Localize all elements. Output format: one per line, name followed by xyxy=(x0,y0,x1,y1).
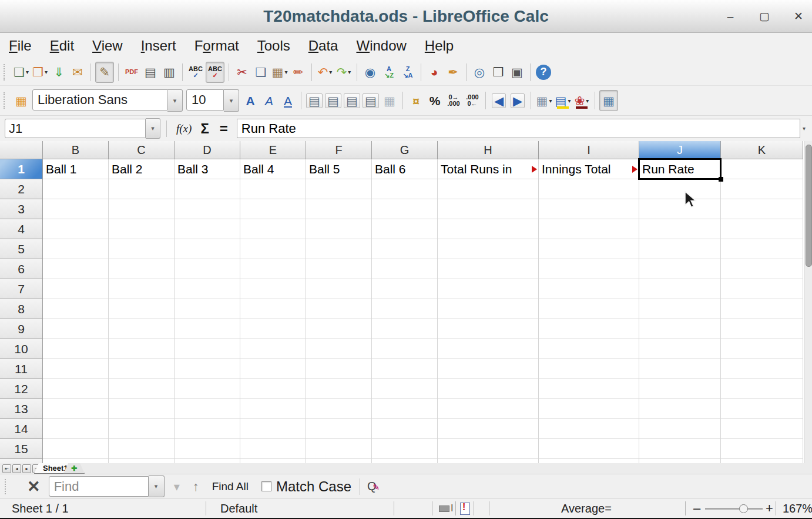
cell-C16[interactable] xyxy=(109,459,175,463)
cell-H3[interactable] xyxy=(438,199,539,219)
cell-B1[interactable]: Ball 1 xyxy=(43,159,109,179)
print-preview-icon[interactable]: ▥ xyxy=(160,62,178,82)
cell-D14[interactable] xyxy=(175,419,240,439)
cell-D5[interactable] xyxy=(175,239,240,259)
currency-icon[interactable]: ¤ xyxy=(407,91,425,111)
cell-G9[interactable] xyxy=(372,319,438,339)
sort-ascending-icon[interactable]: A↘Z xyxy=(380,62,398,82)
cell-D10[interactable] xyxy=(175,339,240,359)
find-all-button[interactable]: Find All xyxy=(212,480,249,493)
cell-I12[interactable] xyxy=(539,379,639,399)
dropdown-caret-icon[interactable]: ▾ xyxy=(284,69,287,75)
send-email-icon[interactable]: ✉ xyxy=(69,62,86,82)
cell-H7[interactable] xyxy=(438,279,539,299)
sum-icon[interactable]: Σ xyxy=(200,120,209,137)
cell-B3[interactable] xyxy=(43,199,109,219)
cell-E11[interactable] xyxy=(240,359,306,379)
cell-C11[interactable] xyxy=(109,359,175,379)
save-icon[interactable]: ⇓ xyxy=(50,62,68,82)
menu-format[interactable]: Format xyxy=(194,38,239,54)
cell-F1[interactable]: Ball 5 xyxy=(306,159,372,179)
cell-F8[interactable] xyxy=(306,299,372,319)
cell-K8[interactable] xyxy=(721,299,803,319)
cell-D4[interactable] xyxy=(175,219,240,239)
cell-K2[interactable] xyxy=(721,179,803,199)
cell-F13[interactable] xyxy=(306,399,372,419)
cell-K11[interactable] xyxy=(721,359,803,379)
cell-H14[interactable] xyxy=(438,419,539,439)
cell-H16[interactable] xyxy=(438,459,539,463)
dropdown-caret-icon[interactable]: ▾ xyxy=(45,69,48,75)
cell-E1[interactable]: Ball 4 xyxy=(240,159,306,179)
cell-H10[interactable] xyxy=(438,339,539,359)
column-header-D[interactable]: D xyxy=(175,141,240,159)
cell-F4[interactable] xyxy=(306,219,372,239)
find-toolbar-handle[interactable] xyxy=(5,479,9,494)
find-input[interactable] xyxy=(49,476,149,497)
name-box[interactable] xyxy=(5,119,146,138)
cell-G7[interactable] xyxy=(372,279,438,299)
cell-D13[interactable] xyxy=(175,399,240,419)
cell-B2[interactable] xyxy=(43,179,109,199)
align-right-icon[interactable]: ▤ xyxy=(343,91,361,111)
column-header-G[interactable]: G xyxy=(372,141,438,159)
cell-B6[interactable] xyxy=(43,259,109,279)
underline-icon[interactable]: A xyxy=(279,91,297,111)
edit-mode-icon[interactable]: ✎ xyxy=(95,62,114,83)
cell-H6[interactable] xyxy=(438,259,539,279)
align-center-icon[interactable]: ▤ xyxy=(324,91,342,111)
cell-G3[interactable] xyxy=(372,199,438,219)
cell-D16[interactable] xyxy=(175,459,240,463)
increase-indent-icon[interactable]: ▶ xyxy=(509,91,526,111)
toolbar-handle[interactable] xyxy=(4,92,8,109)
cell-G6[interactable] xyxy=(372,259,438,279)
help-icon[interactable]: ? xyxy=(535,62,552,82)
fill-handle[interactable] xyxy=(719,177,723,182)
open-file-icon[interactable]: ❐▾ xyxy=(31,62,49,82)
redo-icon[interactable]: ↷▾ xyxy=(335,62,353,82)
cell-D11[interactable] xyxy=(175,359,240,379)
zoom-out-icon[interactable]: – xyxy=(693,498,700,518)
cell-E4[interactable] xyxy=(240,219,306,239)
cell-B4[interactable] xyxy=(43,219,109,239)
cell-C15[interactable] xyxy=(109,439,175,459)
selection-mode-icon[interactable]: I xyxy=(439,498,453,518)
column-header-F[interactable]: F xyxy=(306,141,372,159)
cell-J16[interactable] xyxy=(639,459,721,463)
grid-lines-icon[interactable]: ▦ xyxy=(599,90,618,111)
cell-D9[interactable] xyxy=(175,319,240,339)
cell-J15[interactable] xyxy=(639,439,721,459)
dropdown-caret-icon[interactable]: ▾ xyxy=(348,69,351,75)
cell-I8[interactable] xyxy=(539,299,639,319)
zoom-slider[interactable] xyxy=(705,508,763,510)
dropdown-caret-icon[interactable]: ▾ xyxy=(549,98,552,104)
close-button[interactable]: ✕ xyxy=(792,9,805,23)
cell-J12[interactable] xyxy=(639,379,721,399)
font-size-dropdown-icon[interactable]: ▾ xyxy=(224,89,239,112)
row-header-5[interactable]: 5 xyxy=(0,239,43,259)
cell-H13[interactable] xyxy=(438,399,539,419)
cell-D3[interactable] xyxy=(175,199,240,219)
cell-I15[interactable] xyxy=(539,439,639,459)
cell-I11[interactable] xyxy=(539,359,639,379)
column-header-E[interactable]: E xyxy=(240,141,306,159)
cell-H12[interactable] xyxy=(438,379,539,399)
cell-J4[interactable] xyxy=(639,219,721,239)
cell-I14[interactable] xyxy=(539,419,639,439)
cell-D1[interactable]: Ball 3 xyxy=(175,159,240,179)
cell-I7[interactable] xyxy=(539,279,639,299)
cell-I10[interactable] xyxy=(539,339,639,359)
cell-H5[interactable] xyxy=(438,239,539,259)
formula-input[interactable] xyxy=(237,119,800,138)
cell-I16[interactable] xyxy=(539,459,639,463)
copy-icon[interactable]: ❑ xyxy=(252,62,270,82)
clone-formatting-icon[interactable]: ✏ xyxy=(290,62,307,82)
font-name-dropdown-icon[interactable]: ▾ xyxy=(167,89,183,112)
cell-F16[interactable] xyxy=(306,459,372,463)
name-box-dropdown-icon[interactable]: ▾ xyxy=(146,118,160,139)
cell-J13[interactable] xyxy=(639,399,721,419)
cell-C5[interactable] xyxy=(109,239,175,259)
cell-F2[interactable] xyxy=(306,179,372,199)
vertical-scrollbar-thumb[interactable] xyxy=(806,145,812,267)
cell-H2[interactable] xyxy=(438,179,539,199)
